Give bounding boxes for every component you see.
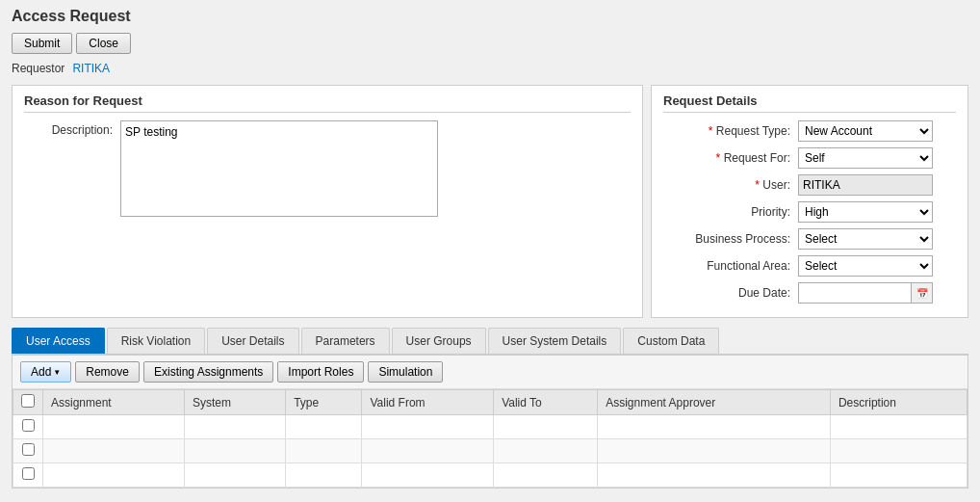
functional-area-row: Functional Area: Select: [663, 255, 956, 277]
business-process-control: Select: [798, 228, 956, 250]
row-valid-from: [362, 415, 494, 439]
row-type: [286, 439, 362, 463]
priority-row: Priority: High Medium Low: [663, 201, 956, 223]
request-type-control: New Account Modify Account Delete Accoun…: [798, 120, 956, 142]
business-process-label: Business Process:: [663, 232, 798, 246]
functional-area-select[interactable]: Select: [798, 255, 933, 277]
select-all-checkbox[interactable]: [21, 394, 35, 408]
tab-user-access[interactable]: User Access: [12, 328, 105, 354]
table-row: [13, 439, 967, 463]
request-type-row: Request Type: New Account Modify Account…: [663, 120, 956, 142]
assignments-table: Assignment System Type Valid From Valid …: [13, 389, 967, 488]
page-container: Access Request Submit Close Requestor RI…: [0, 0, 980, 502]
table-row: [13, 415, 967, 439]
reason-section-title: Reason for Request: [24, 93, 631, 113]
toolbar: Submit Close: [12, 33, 968, 54]
request-for-row: Request For: Self Other: [663, 147, 956, 169]
requestor-row: Requestor RITIKA: [12, 62, 968, 75]
col-header-valid-to: Valid To: [494, 390, 598, 415]
row-assignment: [43, 439, 185, 463]
row-checkbox[interactable]: [22, 443, 35, 456]
row-checkbox[interactable]: [22, 467, 35, 480]
row-description: [830, 415, 967, 439]
row-checkbox-cell: [13, 439, 43, 463]
calendar-icon[interactable]: 📅: [912, 282, 933, 304]
user-control: [798, 174, 956, 196]
tabs-bar: User Access Risk Violation User Details …: [12, 328, 968, 356]
row-checkbox-cell: [13, 463, 43, 488]
table-row: [13, 463, 967, 488]
row-checkbox[interactable]: [22, 419, 35, 432]
description-row: Description: SP testing: [24, 120, 631, 217]
due-date-row: Due Date: 📅: [663, 282, 956, 304]
row-type: [286, 463, 362, 488]
user-input[interactable]: [798, 174, 933, 196]
col-header-checkbox: [13, 390, 43, 415]
main-sections: Reason for Request Description: SP testi…: [12, 85, 968, 318]
requestor-value[interactable]: RITIKA: [72, 62, 110, 75]
request-for-control: Self Other: [798, 147, 956, 169]
import-roles-button[interactable]: Import Roles: [277, 361, 364, 383]
col-header-system: System: [184, 390, 285, 415]
row-valid-from: [362, 463, 494, 488]
col-header-type: Type: [286, 390, 362, 415]
row-valid-from: [362, 439, 494, 463]
add-dropdown-arrow: ▼: [53, 368, 61, 377]
simulation-button[interactable]: Simulation: [368, 361, 443, 383]
request-details-section: Request Details Request Type: New Accoun…: [651, 85, 968, 318]
user-row: User:: [663, 174, 956, 196]
col-header-assignment-approver: Assignment Approver: [598, 390, 831, 415]
row-valid-to: [494, 415, 598, 439]
tab-user-system-details[interactable]: User System Details: [488, 328, 622, 354]
add-button-label: Add: [31, 365, 51, 379]
priority-select[interactable]: High Medium Low: [798, 201, 933, 223]
business-process-select[interactable]: Select: [798, 228, 933, 250]
description-textarea[interactable]: SP testing: [120, 120, 438, 217]
existing-assignments-button[interactable]: Existing Assignments: [143, 361, 273, 383]
col-header-description: Description: [830, 390, 967, 415]
request-type-select[interactable]: New Account Modify Account Delete Accoun…: [798, 120, 933, 142]
business-process-row: Business Process: Select: [663, 228, 956, 250]
user-label: User:: [663, 178, 798, 192]
page-title: Access Request: [12, 8, 968, 25]
row-assignment-approver: [598, 463, 831, 488]
action-bar: Add ▼ Remove Existing Assignments Import…: [13, 356, 967, 389]
request-type-label: Request Type:: [663, 124, 798, 138]
functional-area-label: Functional Area:: [663, 259, 798, 273]
row-assignment-approver: [598, 439, 831, 463]
functional-area-control: Select: [798, 255, 956, 277]
row-type: [286, 415, 362, 439]
priority-control: High Medium Low: [798, 201, 956, 223]
col-header-valid-from: Valid From: [362, 390, 494, 415]
tab-user-details[interactable]: User Details: [207, 328, 298, 354]
due-date-input[interactable]: [798, 282, 912, 304]
row-assignment-approver: [598, 415, 831, 439]
row-valid-to: [494, 463, 598, 488]
row-description: [830, 463, 967, 488]
table-header-row: Assignment System Type Valid From Valid …: [13, 390, 967, 415]
row-system: [184, 415, 285, 439]
priority-label: Priority:: [663, 205, 798, 219]
request-for-label: Request For:: [663, 151, 798, 165]
tab-risk-violation[interactable]: Risk Violation: [107, 328, 205, 354]
submit-button[interactable]: Submit: [12, 33, 72, 54]
close-button[interactable]: Close: [76, 33, 131, 54]
row-system: [184, 463, 285, 488]
tab-custom-data[interactable]: Custom Data: [623, 328, 719, 354]
tab-parameters[interactable]: Parameters: [301, 328, 390, 354]
due-date-label: Due Date:: [663, 286, 798, 300]
row-valid-to: [494, 439, 598, 463]
reason-section: Reason for Request Description: SP testi…: [12, 85, 643, 318]
remove-button[interactable]: Remove: [75, 361, 140, 383]
row-assignment: [43, 463, 185, 488]
tab-user-groups[interactable]: User Groups: [392, 328, 486, 354]
row-checkbox-cell: [13, 415, 43, 439]
due-date-control: 📅: [798, 282, 956, 304]
tab-content: Add ▼ Remove Existing Assignments Import…: [12, 356, 968, 489]
description-label: Description:: [24, 120, 120, 137]
row-system: [184, 439, 285, 463]
request-for-select[interactable]: Self Other: [798, 147, 933, 169]
row-assignment: [43, 415, 185, 439]
add-button[interactable]: Add ▼: [20, 361, 71, 383]
row-description: [830, 439, 967, 463]
